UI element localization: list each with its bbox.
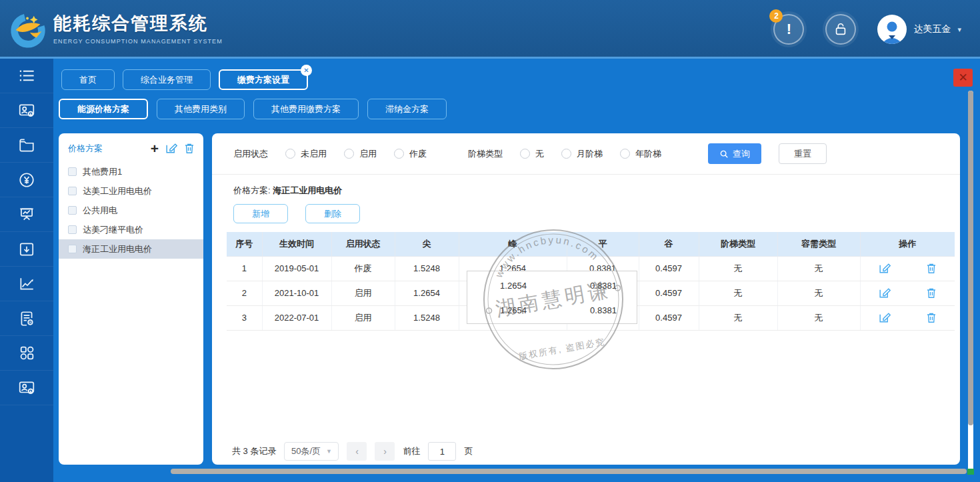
pagination-bar: 共 3 条记录 50条/页 ▼ ‹ › 前往 页 xyxy=(232,442,473,461)
record-count: 共 3 条记录 xyxy=(232,445,276,457)
sidebar-item-billing[interactable] xyxy=(0,163,53,197)
price-scheme-panel: 价格方案 + 其他费用1 达美工业用电 xyxy=(59,133,203,465)
tab-other-fee-payment-plan[interactable]: 其他费用缴费方案 xyxy=(253,99,359,119)
alert-icon: ! xyxy=(787,21,791,38)
sidebar-item-apps[interactable] xyxy=(0,336,53,371)
sidebar-item-analytics[interactable] xyxy=(0,267,53,301)
sidebar-item-import[interactable] xyxy=(0,232,53,267)
delete-button[interactable]: 删除 xyxy=(305,204,360,223)
user-settings-icon xyxy=(18,102,35,119)
sidebar-item-menu[interactable] xyxy=(0,59,53,93)
reset-button[interactable]: 重置 xyxy=(779,143,827,164)
sidebar-item-monitor[interactable] xyxy=(0,197,53,232)
checkbox[interactable] xyxy=(68,225,77,234)
radio-icon xyxy=(520,149,530,159)
apps-grid-icon xyxy=(19,345,35,361)
scheme-list-item[interactable]: 公共用电 xyxy=(59,201,203,220)
page-number-input[interactable] xyxy=(428,442,456,461)
prev-page-button[interactable]: ‹ xyxy=(347,442,367,461)
add-button[interactable]: 新增 xyxy=(233,204,288,223)
scheme-list-item[interactable]: 达美刁继平电价 xyxy=(59,220,203,239)
query-button[interactable]: 查询 xyxy=(708,143,761,164)
caret-down-icon: ▼ xyxy=(326,448,332,455)
sidebar-item-user-settings-2[interactable] xyxy=(0,371,53,405)
radio-icon xyxy=(344,149,354,159)
presentation-board-icon xyxy=(18,206,35,223)
avatar xyxy=(877,15,907,44)
currency-yuan-icon xyxy=(18,171,35,189)
app-subtitle: ENERGY CONSUMPTION MANAGEMENT SYSTEM xyxy=(53,38,223,45)
radio-tier-yearly[interactable]: 年阶梯 xyxy=(620,148,661,160)
edit-row-icon[interactable] xyxy=(878,311,891,324)
delete-row-icon[interactable] xyxy=(925,311,937,324)
goto-label: 前往 xyxy=(403,445,420,457)
chevron-down-icon: ▾ xyxy=(957,25,961,34)
menu-icon xyxy=(18,67,36,85)
search-icon xyxy=(719,149,729,159)
radio-icon xyxy=(561,149,571,159)
sidebar-item-user-settings[interactable] xyxy=(0,93,53,128)
line-chart-icon xyxy=(18,275,35,293)
add-scheme-icon[interactable]: + xyxy=(151,143,159,154)
tab-payment-plan-settings[interactable]: 缴费方案设置 ✕ xyxy=(219,69,308,90)
filter-bar: 启用状态 未启用 启用 作废 阶梯类型 无 xyxy=(212,133,960,175)
edit-row-icon[interactable] xyxy=(878,262,891,275)
tab-home[interactable]: 首页 xyxy=(61,69,115,90)
tab-business-management[interactable]: 综合业务管理 xyxy=(123,69,211,90)
table-actions: 新增 删除 xyxy=(212,197,960,223)
watermark-backing-box: 1.2654 0.8381 1.2654 0.8381 xyxy=(467,271,637,324)
checkbox[interactable] xyxy=(68,167,77,176)
delete-row-icon[interactable] xyxy=(925,287,937,299)
next-page-button[interactable]: › xyxy=(375,442,395,461)
enable-status-label: 启用状态 xyxy=(233,148,268,160)
tier-type-label: 阶梯类型 xyxy=(468,148,503,160)
tab-close-icon[interactable]: ✕ xyxy=(301,65,312,76)
scheme-list-item[interactable]: 达美工业用电电价 xyxy=(59,181,203,201)
checkbox[interactable] xyxy=(68,245,77,253)
secondary-tab-bar: 能源价格方案 其他费用类别 其他费用缴费方案 滞纳金方案 xyxy=(59,99,447,119)
folder-icon xyxy=(18,137,35,154)
delete-scheme-icon[interactable] xyxy=(183,142,195,155)
sidebar-item-report-settings[interactable] xyxy=(0,301,53,336)
radio-tier-monthly[interactable]: 月阶梯 xyxy=(561,148,603,160)
sidebar-item-folder[interactable] xyxy=(0,128,53,163)
user-settings-icon xyxy=(18,379,35,397)
current-scheme-value: 海正工业用电电价 xyxy=(273,185,342,195)
table-header-row: 序号 生效时间 启用状态 尖 峰 平 谷 阶梯类型 容需类型 操作 xyxy=(227,232,955,256)
checkbox[interactable] xyxy=(68,206,77,215)
folder-download-icon xyxy=(18,241,35,258)
user-menu[interactable]: 达美五金 ▾ xyxy=(877,15,961,44)
radio-enabled[interactable]: 启用 xyxy=(344,148,377,160)
vertical-scrollbar[interactable] xyxy=(968,91,973,475)
horizontal-scrollbar[interactable] xyxy=(171,469,967,474)
lock-button[interactable] xyxy=(825,14,856,45)
scrollbar-corner xyxy=(967,469,974,475)
radio-icon xyxy=(285,149,295,159)
username: 达美五金 xyxy=(913,23,951,35)
app-window: 能耗综合管理系统 ENERGY CONSUMPTION MANAGEMENT S… xyxy=(0,0,980,482)
radio-icon xyxy=(394,149,404,159)
scheme-list-item-selected[interactable]: 海正工业用电电价 xyxy=(59,239,203,259)
tab-energy-price-plan[interactable]: 能源价格方案 xyxy=(59,99,148,119)
app-header: 能耗综合管理系统 ENERGY CONSUMPTION MANAGEMENT S… xyxy=(0,0,980,59)
vertical-scrollbar-thumb[interactable] xyxy=(968,91,973,425)
tab-late-fee-plan[interactable]: 滞纳金方案 xyxy=(367,99,447,119)
page-suffix: 页 xyxy=(464,445,473,457)
delete-row-icon[interactable] xyxy=(925,262,937,275)
radio-voided[interactable]: 作废 xyxy=(394,148,427,160)
current-scheme-label: 价格方案: xyxy=(233,185,271,195)
edit-row-icon[interactable] xyxy=(878,287,891,299)
app-title: 能耗综合管理系统 xyxy=(53,11,223,35)
scheme-list: 其他费用1 达美工业用电电价 公共用电 达美刁继平电价 海正工业用电电价 xyxy=(59,162,203,259)
scheme-list-item[interactable]: 其他费用1 xyxy=(59,162,203,181)
notification-button[interactable]: ! 2 xyxy=(773,14,804,45)
app-logo-icon xyxy=(8,8,49,49)
radio-tier-none[interactable]: 无 xyxy=(520,148,544,160)
close-page-button[interactable]: ✕ xyxy=(953,69,973,87)
checkbox[interactable] xyxy=(68,187,77,195)
page-size-select[interactable]: 50条/页 ▼ xyxy=(284,442,339,461)
edit-scheme-icon[interactable] xyxy=(165,142,177,155)
radio-not-enabled[interactable]: 未启用 xyxy=(285,148,327,160)
tab-other-fee-category[interactable]: 其他费用类别 xyxy=(157,99,245,119)
current-scheme-line: 价格方案: 海正工业用电电价 xyxy=(212,175,960,197)
